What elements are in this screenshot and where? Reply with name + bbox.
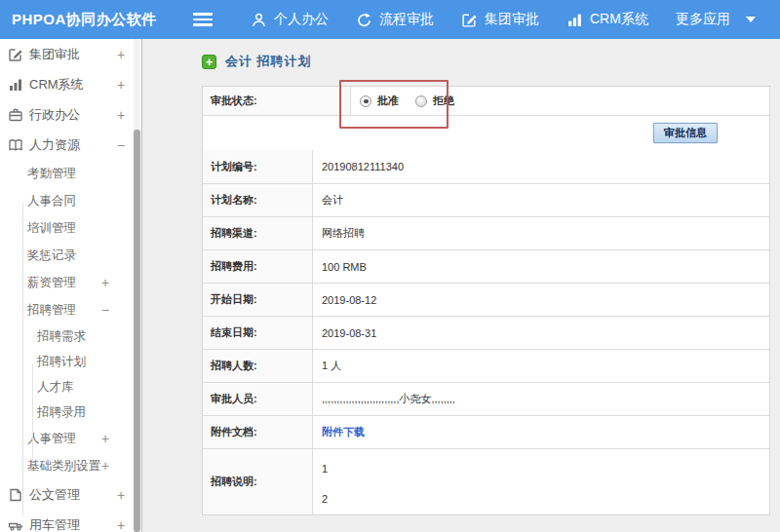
expand-plus-icon[interactable]: + [101, 431, 109, 446]
sidebar-item-label: 人事管理 [27, 431, 76, 447]
radio-label: 批准 [377, 94, 399, 108]
radio-option-reject[interactable]: 拒绝 [415, 94, 454, 108]
sidebar: 集团审批+CRM系统+行政办公+人力资源−考勤管理人事合同培训管理奖惩记录薪资管… [0, 39, 142, 532]
tree-guide-line [32, 364, 33, 462]
sidebar-item-label: CRM系统 [29, 76, 84, 94]
sidebar-item-label: 人力资源 [29, 136, 80, 154]
sidebar-item-label: 奖惩记录 [27, 247, 76, 264]
expand-plus-icon[interactable]: + [117, 487, 125, 503]
field-row-start-date: 开始日期:2019-08-12 [203, 283, 769, 316]
expand-plus-icon[interactable]: + [117, 107, 125, 123]
collapse-minus-icon[interactable]: − [117, 137, 125, 153]
field-label: 结束日期: [203, 317, 313, 349]
nav-item-workflow-approval[interactable]: 流程审批 [342, 0, 448, 39]
sidebar-item-base-category[interactable]: 基础类别设置+ [0, 452, 133, 479]
field-row-recruit-channel: 招聘渠道:网络招聘 [203, 216, 769, 249]
sidebar-item-label: 基础类别设置 [27, 458, 100, 475]
radio-unselected-icon[interactable] [415, 95, 427, 107]
top-bar: PHPOA协同办公软件 个人办公流程审批集团审批CRM系统更多应用 [0, 0, 780, 39]
sidebar-item-personnel-mgmt[interactable]: 人事管理+ [0, 425, 133, 452]
detail-card: 审批状态: 批准拒绝 审批信息 计划编号:20190812111340计划名称:… [202, 86, 770, 515]
sidebar-item-label: 招聘需求 [37, 328, 86, 345]
field-value: 1 人 [322, 359, 341, 373]
book-icon [8, 137, 23, 153]
sidebar-item-label: 培训管理 [27, 220, 76, 237]
top-nav: 个人办公流程审批集团审批CRM系统更多应用 [237, 0, 769, 39]
approval-status-label: 审批状态: [203, 87, 351, 115]
sidebar-item-label: 薪资管理 [27, 275, 76, 291]
field-row-headcount: 招聘人数:1 人 [203, 349, 769, 382]
detail-fields: 计划编号:20190812111340计划名称:会计招聘渠道:网络招聘招聘费用:… [203, 150, 769, 514]
main-content: + 会计 招聘计划 审批状态: 批准拒绝 审批信息 计划编号:201908121… [143, 39, 780, 532]
sidebar-item-recruit-mgmt[interactable]: 招聘管理− [0, 296, 133, 323]
sidebar-item-admin-office[interactable]: 行政办公+ [0, 99, 133, 130]
expand-plus-icon[interactable]: + [117, 517, 125, 532]
field-label: 审批人员: [203, 383, 313, 415]
field-row-approvers: 审批人员:,,,,,,,,,,,,,,,,,,,,,,,,,,小尧女,,,,,,… [203, 382, 769, 415]
field-value: 会计 [322, 193, 343, 208]
field-value: 网络招聘 [322, 226, 365, 241]
tree-guide-line [22, 203, 23, 516]
approval-info-button[interactable]: 审批信息 [653, 123, 718, 143]
sidebar-item-talent-pool[interactable]: 人才库 [0, 374, 133, 399]
field-label: 招聘人数: [203, 350, 313, 382]
expand-plus-icon[interactable]: + [117, 47, 125, 62]
app-logo: PHPOA协同办公软件 [12, 0, 157, 39]
sidebar-item-crm-system[interactable]: CRM系统+ [0, 69, 133, 99]
field-value: 20190812111340 [322, 161, 404, 172]
sidebar-item-vehicle-mgmt[interactable]: 用车管理+ [0, 510, 133, 532]
sidebar-item-document-mgmt[interactable]: 公文管理+ [0, 479, 133, 510]
edit-square-icon [461, 12, 478, 28]
briefcase-icon [8, 107, 23, 123]
sidebar-items: 集团审批+CRM系统+行政办公+人力资源−考勤管理人事合同培训管理奖惩记录薪资管… [0, 39, 133, 532]
field-value: ,,,,,,,,,,,,,,,,,,,,,,,,,,小尧女,,,,,,,, [322, 392, 455, 406]
sidebar-item-reward-punish[interactable]: 奖惩记录 [0, 242, 133, 269]
nav-item-more-apps[interactable]: 更多应用 [662, 0, 769, 39]
sidebar-item-attendance-mgmt[interactable]: 考勤管理 [0, 160, 133, 187]
approval-status-options: 批准拒绝 [351, 87, 769, 115]
expand-plus-icon[interactable]: + [101, 275, 109, 290]
sidebar-item-recruit-hire[interactable]: 招聘录用 [0, 399, 133, 425]
document-icon [8, 487, 23, 503]
sidebar-item-label: 集团审批 [29, 46, 80, 63]
attachment-download-link[interactable]: 附件下载 [322, 425, 365, 439]
sidebar-item-human-resources[interactable]: 人力资源− [0, 130, 133, 160]
sidebar-item-salary-mgmt[interactable]: 薪资管理+ [0, 269, 133, 296]
nav-item-crm-system[interactable]: CRM系统 [553, 0, 662, 39]
radio-selected-icon[interactable] [360, 95, 371, 107]
sidebar-item-label: 人才库 [37, 379, 74, 396]
field-value: 2019-08-31 [322, 327, 376, 339]
add-plus-icon[interactable]: + [202, 55, 216, 69]
field-value: 2019-08-12 [322, 294, 376, 306]
sidebar-item-group-approval[interactable]: 集团审批+ [0, 39, 133, 69]
sidebar-item-label: 公文管理 [29, 486, 80, 504]
bar-chart-icon [566, 12, 583, 28]
field-label: 计划编号: [203, 150, 313, 183]
sidebar-scrollbar-thumb[interactable] [134, 130, 140, 532]
nav-item-group-approval[interactable]: 集团审批 [448, 0, 553, 39]
sidebar-item-recruit-plan[interactable]: 招聘计划 [0, 349, 133, 374]
sidebar-item-training-mgmt[interactable]: 培训管理 [0, 214, 133, 242]
nav-item-personal-office[interactable]: 个人办公 [237, 0, 342, 39]
caret-down-icon [746, 17, 756, 22]
expand-plus-icon[interactable]: + [117, 77, 125, 93]
page-title-text: 会计 招聘计划 [225, 53, 312, 70]
sidebar-item-label: 招聘管理 [27, 302, 76, 319]
field-label: 开始日期: [203, 284, 313, 316]
radio-option-approve[interactable]: 批准 [360, 94, 399, 108]
sidebar-item-hr-contract[interactable]: 人事合同 [0, 187, 133, 214]
field-row-recruit-note: 招聘说明:1 2 [203, 448, 769, 514]
collapse-minus-icon[interactable]: − [101, 302, 109, 318]
field-label: 附件文档: [203, 416, 313, 448]
field-row-recruit-cost: 招聘费用:100 RMB [203, 249, 769, 283]
expand-plus-icon[interactable]: + [101, 458, 109, 474]
field-row-end-date: 结束日期:2019-08-31 [203, 316, 769, 349]
car-icon [8, 517, 23, 532]
field-label: 招聘渠道: [203, 217, 313, 249]
hamburger-menu-icon[interactable] [193, 13, 213, 26]
field-label: 招聘费用: [203, 250, 313, 283]
sidebar-item-label: 人事合同 [27, 193, 76, 209]
field-row-attachment: 附件文档:附件下载 [203, 415, 769, 448]
sidebar-item-recruit-demand[interactable]: 招聘需求 [0, 323, 133, 349]
field-row-plan-number: 计划编号:20190812111340 [203, 150, 769, 183]
